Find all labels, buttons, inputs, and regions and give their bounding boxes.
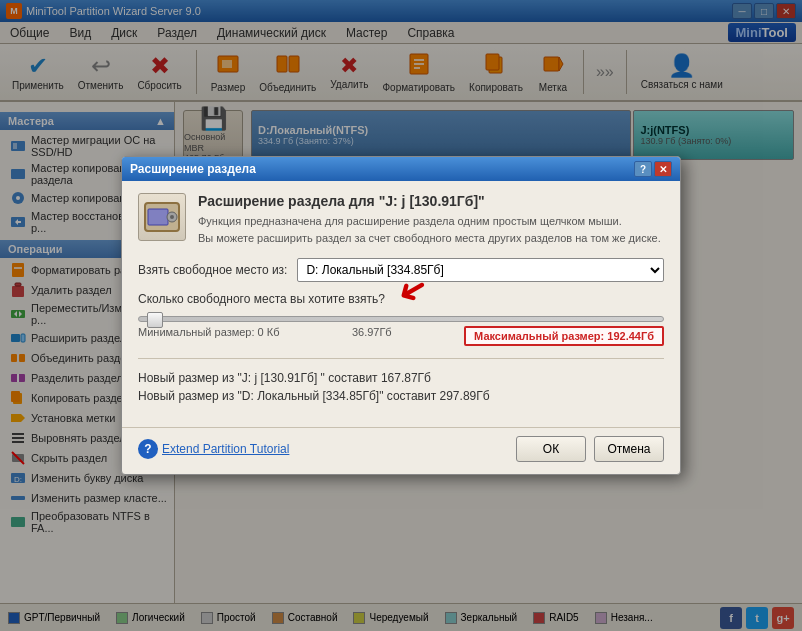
cancel-button[interactable]: Отмена — [594, 436, 664, 462]
modal-disk-icon — [138, 193, 186, 241]
modal-header-row: Расширение раздела для "J: j [130.91Гб]"… — [138, 193, 664, 246]
take-from-select[interactable]: D: Локальный [334.85Гб] — [297, 258, 664, 282]
ok-button[interactable]: ОК — [516, 436, 586, 462]
modal-help-button[interactable]: ? — [634, 161, 652, 177]
slider-section: Сколько свободного места вы хотите взять… — [138, 292, 664, 346]
slider-max-label: Максимальный размер: 192.44Гб — [464, 326, 664, 346]
svg-rect-44 — [148, 209, 168, 225]
slider-question: Сколько свободного места вы хотите взять… — [138, 292, 664, 306]
modal-window-controls: ? ✕ — [634, 161, 672, 177]
slider-labels: Минимальный размер: 0 Кб 36.97Гб Максима… — [138, 326, 664, 346]
slider-thumb[interactable] — [147, 312, 163, 328]
help-icon: ? — [138, 439, 158, 459]
slider-track — [138, 316, 664, 322]
take-from-row: Взять свободное место из: D: Локальный [… — [138, 258, 664, 282]
help-link[interactable]: ? Extend Partition Tutorial — [138, 439, 289, 459]
modal-buttons: ОК Отмена — [516, 436, 664, 462]
result-line2: Новый размер из "D: Локальный [334.85Гб]… — [138, 389, 664, 403]
modal-partition-title: Расширение раздела для "J: j [130.91Гб]" — [198, 193, 661, 209]
take-from-label: Взять свободное место из: — [138, 263, 287, 277]
help-link-text: Extend Partition Tutorial — [162, 442, 289, 456]
modal-titlebar: Расширение раздела ? ✕ — [122, 157, 680, 181]
result-section: Новый размер из "J: j [130.91Гб] " соста… — [138, 358, 664, 403]
modal-desc2: Вы можете расширить раздел за счет свобо… — [198, 230, 661, 247]
modal-footer: ? Extend Partition Tutorial ОК Отмена — [122, 427, 680, 474]
modal-desc1: Функция предназначена для расширение раз… — [198, 213, 661, 230]
extend-partition-modal: Расширение раздела ? ✕ Расширение ра — [121, 156, 681, 475]
slider-mid-label: 36.97Гб — [352, 326, 392, 346]
slider-container: Минимальный размер: 0 Кб 36.97Гб Максима… — [138, 316, 664, 346]
svg-point-46 — [170, 215, 174, 219]
slider-min-label: Минимальный размер: 0 Кб — [138, 326, 280, 346]
modal-header-text: Расширение раздела для "J: j [130.91Гб]"… — [198, 193, 661, 246]
result-line1: Новый размер из "J: j [130.91Гб] " соста… — [138, 371, 664, 385]
modal-overlay: Расширение раздела ? ✕ Расширение ра — [0, 0, 802, 631]
modal-title: Расширение раздела — [130, 162, 256, 176]
modal-close-button[interactable]: ✕ — [654, 161, 672, 177]
modal-body: Расширение раздела для "J: j [130.91Гб]"… — [122, 181, 680, 419]
